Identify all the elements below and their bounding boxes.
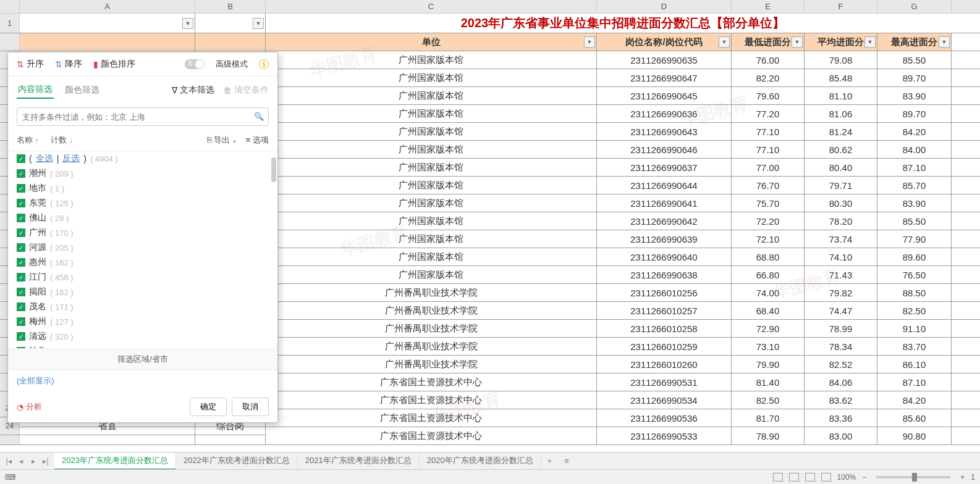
col-g[interactable]: G bbox=[877, 0, 952, 13]
ok-button[interactable]: 确定 bbox=[190, 398, 227, 416]
select-all-link[interactable]: 全选 bbox=[36, 153, 53, 164]
filter-panel: ⇅升序 ⇅降序 ▮颜色排序 高级模式 $ 内容筛选 颜色筛选 ∇ 文本筛选 🗑 … bbox=[7, 52, 278, 423]
row-1[interactable]: 1 bbox=[0, 14, 20, 33]
filter-dropdown-a[interactable]: ▼ bbox=[182, 18, 193, 29]
sheet-tab[interactable]: 2022年广东统考进面分数汇总 bbox=[176, 453, 298, 470]
checkbox-icon[interactable]: ✓ bbox=[17, 332, 25, 341]
filter-dropdown-g[interactable]: ▼ bbox=[939, 36, 950, 48]
checkbox-icon[interactable]: ✓ bbox=[17, 184, 25, 193]
add-sheet-button[interactable]: + bbox=[541, 456, 559, 465]
col-d[interactable]: D bbox=[597, 0, 732, 13]
view-read-icon[interactable] bbox=[821, 473, 831, 482]
sheet-list-button[interactable]: ≡ bbox=[558, 456, 575, 465]
select-all-checkbox[interactable]: ✓ bbox=[17, 154, 25, 163]
sheet-tabs-bar: |◂ ◂ ▸ ▸| 2023年广东统考进面分数汇总2022年广东统考进面分数汇总… bbox=[0, 452, 980, 469]
filter-item[interactable]: ✓惠州( 162 ) bbox=[17, 255, 269, 270]
page-count: 1 bbox=[971, 473, 975, 482]
text-filter-button[interactable]: ∇ 文本筛选 bbox=[172, 85, 214, 96]
sheet-title: 2023年广东省事业单位集中招聘进面分数汇总【部分单位】 bbox=[266, 14, 980, 33]
tab-content-filter[interactable]: 内容筛选 bbox=[17, 81, 54, 99]
filter-item[interactable]: ✓地市( 1 ) bbox=[17, 181, 269, 196]
checkbox-icon[interactable]: ✓ bbox=[17, 288, 25, 296]
tab-color-filter[interactable]: 颜色筛选 bbox=[64, 82, 101, 98]
show-all-link[interactable]: (全部显示) bbox=[8, 370, 277, 391]
filter-dropdown-e[interactable]: ▼ bbox=[792, 36, 803, 48]
checkbox-icon[interactable]: ✓ bbox=[17, 317, 25, 326]
col-b[interactable]: B bbox=[195, 0, 266, 13]
tab-nav-next[interactable]: ▸ bbox=[27, 457, 40, 465]
invert-link[interactable]: 反选 bbox=[62, 153, 80, 164]
checkbox-icon[interactable]: ✓ bbox=[17, 214, 25, 222]
sort-desc-button[interactable]: ⇅降序 bbox=[55, 59, 82, 70]
analysis-button[interactable]: ◔ 分析 bbox=[17, 401, 42, 412]
header-avg: 平均进面分▼ bbox=[805, 33, 877, 51]
col-c[interactable]: C bbox=[266, 0, 597, 13]
col-name-header[interactable]: 名称 ↑ bbox=[17, 135, 38, 146]
filter-item[interactable]: ✓揭阳( 162 ) bbox=[17, 285, 269, 299]
advanced-mode-label: 高级模式 bbox=[216, 59, 248, 70]
filter-item[interactable]: ✓东莞( 125 ) bbox=[17, 196, 269, 211]
cancel-button[interactable]: 取消 bbox=[232, 398, 269, 416]
coin-icon: $ bbox=[259, 59, 269, 69]
color-sort-button[interactable]: ▮颜色排序 bbox=[93, 59, 135, 70]
filter-region-label: 筛选区域/省市 bbox=[8, 348, 277, 370]
checkbox-icon[interactable]: ✓ bbox=[17, 169, 25, 178]
filter-dropdown-b[interactable]: ▼ bbox=[253, 18, 264, 29]
checkbox-icon[interactable]: ✓ bbox=[17, 273, 25, 282]
header-code: 岗位名称/岗位代码▼ bbox=[597, 33, 732, 51]
view-normal-icon[interactable] bbox=[773, 473, 783, 482]
options-button[interactable]: ≡ 选项 bbox=[246, 135, 269, 146]
col-count-header[interactable]: 计数 ↓ bbox=[51, 135, 73, 146]
checkbox-icon[interactable]: ✓ bbox=[17, 258, 25, 267]
zoom-out[interactable]: − bbox=[862, 473, 866, 482]
sheet-tab[interactable]: 2023年广东统考进面分数汇总 bbox=[54, 453, 176, 470]
tab-nav-prev[interactable]: ◂ bbox=[15, 457, 27, 465]
col-a[interactable]: A bbox=[20, 0, 195, 13]
clear-button[interactable]: 🗑 清空条件 bbox=[223, 85, 269, 96]
filter-dropdown-d[interactable]: ▼ bbox=[719, 36, 730, 48]
checkbox-icon[interactable]: ✓ bbox=[17, 347, 25, 348]
search-icon[interactable]: 🔍 bbox=[254, 112, 264, 121]
filter-item[interactable]: ✓广州( 170 ) bbox=[17, 225, 269, 240]
status-icon: ⌨ bbox=[5, 473, 15, 482]
filter-scrollbar[interactable] bbox=[271, 157, 276, 182]
filter-item[interactable]: ✓潮州( 209 ) bbox=[17, 166, 269, 181]
zoom-value: 100% bbox=[837, 473, 856, 482]
advanced-toggle[interactable] bbox=[185, 59, 205, 69]
sheet-tab[interactable]: 2020年广东统考进面分数汇总 bbox=[420, 453, 541, 470]
filter-item[interactable]: ✓茂名( 171 ) bbox=[17, 299, 269, 314]
filter-item[interactable]: ✓汕头( 491 ) bbox=[17, 344, 269, 348]
tab-nav-last[interactable]: ▸| bbox=[40, 457, 52, 465]
zoom-slider[interactable] bbox=[876, 476, 950, 478]
sort-asc-button[interactable]: ⇅升序 bbox=[17, 59, 44, 70]
filter-dropdown-f[interactable]: ▼ bbox=[864, 36, 876, 48]
export-button[interactable]: ⎘ 导出 ▸ bbox=[207, 135, 237, 146]
header-min: 最低进面分▼ bbox=[732, 33, 805, 51]
checkbox-icon[interactable]: ✓ bbox=[17, 199, 25, 207]
header-max: 最高进面分▼ bbox=[877, 33, 952, 51]
view-page-icon[interactable] bbox=[789, 473, 799, 482]
sheet-tab[interactable]: 2021年广东统考进面分数汇总 bbox=[298, 453, 420, 470]
zoom-in[interactable]: + bbox=[960, 473, 965, 482]
checkbox-icon[interactable]: ✓ bbox=[17, 243, 25, 252]
column-headers: A B C D E F G bbox=[0, 0, 980, 14]
checkbox-icon[interactable]: ✓ bbox=[17, 302, 25, 311]
filter-item[interactable]: ✓江门( 456 ) bbox=[17, 270, 269, 285]
checkbox-icon[interactable]: ✓ bbox=[17, 228, 25, 237]
filter-item[interactable]: ✓河源( 205 ) bbox=[17, 240, 269, 255]
col-f[interactable]: F bbox=[805, 0, 877, 13]
view-break-icon[interactable] bbox=[805, 473, 815, 482]
filter-dropdown-c[interactable]: ▼ bbox=[584, 36, 595, 48]
header-unit: 单位▼ bbox=[266, 33, 597, 51]
status-bar: ⌨ 100% − + 1 bbox=[0, 469, 980, 484]
filter-item[interactable]: ✓梅州( 127 ) bbox=[17, 314, 269, 329]
tab-nav-first[interactable]: |◂ bbox=[2, 457, 15, 465]
filter-search-input[interactable] bbox=[17, 107, 269, 126]
filter-item[interactable]: ✓清远( 320 ) bbox=[17, 329, 269, 344]
filter-item[interactable]: ✓佛山( 28 ) bbox=[17, 211, 269, 225]
col-e[interactable]: E bbox=[732, 0, 805, 13]
